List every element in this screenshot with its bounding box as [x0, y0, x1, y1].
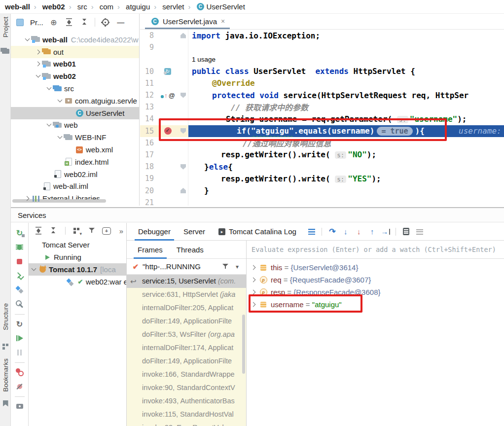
tree-row[interactable]: web: [11, 119, 139, 132]
breadcrumb-item[interactable]: servlet: [150, 2, 184, 11]
fold-marker-icon[interactable]: [180, 105, 186, 110]
stop-icon[interactable]: [15, 256, 25, 266]
fold-marker-icon[interactable]: [180, 128, 186, 134]
chevron-icon[interactable]: [68, 146, 75, 153]
debugger-tab[interactable]: Tomcat Catalina Log: [212, 223, 303, 241]
tree-row[interactable]: web01: [11, 58, 139, 71]
fold-marker-icon[interactable]: [180, 69, 186, 74]
stepinto-icon[interactable]: [341, 227, 351, 237]
runtocursor-icon[interactable]: [381, 227, 391, 237]
tree-row[interactable]: index.html: [11, 156, 139, 168]
code-text[interactable]: }else{: [188, 162, 233, 172]
camera-icon[interactable]: [15, 401, 25, 411]
sep-icon[interactable]: [15, 314, 25, 315]
code-text[interactable]: //通过响应对象响应信息: [188, 137, 331, 149]
locate-file-icon[interactable]: [49, 17, 59, 27]
code-line[interactable]: 21: [140, 197, 504, 206]
rerun-icon[interactable]: [15, 228, 25, 238]
code-area[interactable]: 8 import java.io.IOException; 9: [140, 30, 504, 206]
close-tab-icon[interactable]: ×: [221, 17, 225, 25]
override-icon[interactable]: [160, 92, 175, 99]
code-line[interactable]: 18 }else{: [140, 161, 504, 173]
breadcrumb-item[interactable]: UserServlet: [184, 2, 245, 11]
chevron-icon[interactable]: [35, 182, 42, 190]
sep-icon[interactable]: [15, 362, 25, 363]
fold-marker-icon[interactable]: [180, 80, 186, 86]
breadcrumb-item[interactable]: web02: [30, 2, 65, 11]
hide-panel-icon[interactable]: [116, 17, 126, 27]
code-line[interactable]: 14 String username = req.getParameter( s…: [140, 113, 504, 125]
fold-marker-icon[interactable]: [180, 33, 186, 38]
code-line[interactable]: 16 //通过响应对象响应信息: [140, 137, 504, 149]
fold-marker-icon[interactable]: [180, 164, 186, 170]
expand-all-icon[interactable]: [64, 17, 74, 27]
variable-row[interactable]: resp = {ResponseFacade@3608}: [247, 286, 504, 298]
thread-selector[interactable]: "http-...RUNNING: [127, 259, 246, 275]
services-panel-header[interactable]: Services: [11, 208, 504, 222]
tree-row[interactable]: External Libraries: [11, 192, 139, 205]
chevron-icon[interactable]: [68, 109, 75, 117]
frames-scrollbar[interactable]: [242, 315, 245, 374]
sep-icon[interactable]: [320, 227, 324, 237]
code-line[interactable]: 8 import java.io.IOException;: [140, 30, 504, 41]
stepover-icon[interactable]: [327, 227, 337, 237]
tree-row[interactable]: out: [11, 46, 139, 58]
chevron-icon[interactable]: [57, 97, 64, 105]
layout-icon[interactable]: [415, 227, 425, 237]
stepout-icon[interactable]: [367, 227, 377, 237]
chevron-icon[interactable]: [35, 72, 42, 80]
run-class-icon[interactable]: [164, 68, 171, 75]
subtab[interactable]: Frames: [131, 241, 170, 259]
tree-row[interactable]: web-all.iml: [11, 180, 139, 193]
code-line[interactable]: 13 // 获取请求中的参数: [140, 101, 504, 113]
filter-icon[interactable]: [220, 262, 230, 272]
code-text[interactable]: resp.getWriter().write( s:"NO");: [188, 150, 376, 159]
stack-frame-row[interactable]: service:15, UserServlet (com.: [127, 275, 246, 288]
collapse-all-icon[interactable]: [79, 17, 89, 27]
code-line[interactable]: 11 @Override: [140, 77, 504, 89]
wrench-icon[interactable]: [15, 299, 25, 309]
code-line[interactable]: 9: [140, 41, 504, 53]
debugger-tab[interactable]: Debugger: [132, 223, 177, 241]
hamburger-icon[interactable]: [307, 227, 317, 237]
code-line[interactable]: 20 }: [140, 184, 504, 196]
code-text[interactable]: // 获取请求中的参数: [188, 101, 308, 113]
breadcrumb-item[interactable]: src: [65, 2, 87, 11]
variable-row[interactable]: this = {UserServlet@3614}: [247, 261, 504, 274]
fold-marker-icon[interactable]: [180, 45, 186, 50]
services-tree-row[interactable]: Running: [29, 251, 126, 263]
chevron-icon[interactable]: [31, 266, 38, 273]
stack-frame-row[interactable]: invoke:493, AuthenticatorBas: [127, 394, 246, 408]
code-text[interactable]: import java.io.IOException;: [188, 31, 320, 40]
chevron-down-icon[interactable]: [232, 262, 242, 272]
chevron-icon[interactable]: [24, 36, 32, 43]
fold-marker-icon[interactable]: [180, 116, 186, 122]
gear-icon[interactable]: [101, 17, 110, 27]
breadcrumb-item[interactable]: com: [87, 2, 113, 11]
tree-row[interactable]: WEB-INF: [11, 131, 139, 143]
collapse-icon[interactable]: [48, 226, 58, 236]
breadcrumb-item[interactable]: web-all: [5, 2, 30, 11]
stripe-bookmarks-button[interactable]: Bookmarks: [0, 358, 11, 392]
code-text[interactable]: }: [188, 186, 209, 195]
tree-row[interactable]: web02.iml: [11, 168, 139, 180]
stack-frame-row[interactable]: doFilter:53, WsFilter (org.apa: [127, 328, 246, 341]
stack-frame-row[interactable]: service:631, HttpServlet (jaka: [127, 288, 246, 301]
breakpoints-icon[interactable]: [15, 367, 25, 377]
chevron-icon[interactable]: [35, 241, 42, 248]
code-line[interactable]: 10 public class UserServlet extends Http…: [140, 66, 504, 77]
tree-row[interactable]: UserServlet: [11, 107, 139, 119]
sep-icon[interactable]: [63, 226, 67, 236]
chevron-icon[interactable]: [46, 171, 53, 178]
fold-marker-icon[interactable]: [180, 188, 186, 193]
stack-frame-row[interactable]: internalDoFilter:174, Applicat: [127, 341, 246, 355]
fold-marker-icon[interactable]: [180, 176, 186, 181]
fold-marker-icon[interactable]: [180, 140, 186, 145]
code-line[interactable]: 15 if("atguigu".equals(username)= true){…: [140, 125, 504, 137]
mute-icon[interactable]: [15, 382, 25, 391]
expand-chevron-icon[interactable]: [251, 288, 258, 296]
services-tree-row[interactable]: web02:war ex: [29, 276, 126, 288]
pause-icon[interactable]: [15, 348, 25, 357]
refresh-icon[interactable]: [15, 319, 25, 329]
code-text[interactable]: resp.getWriter().write( s:"YES");: [188, 174, 381, 183]
